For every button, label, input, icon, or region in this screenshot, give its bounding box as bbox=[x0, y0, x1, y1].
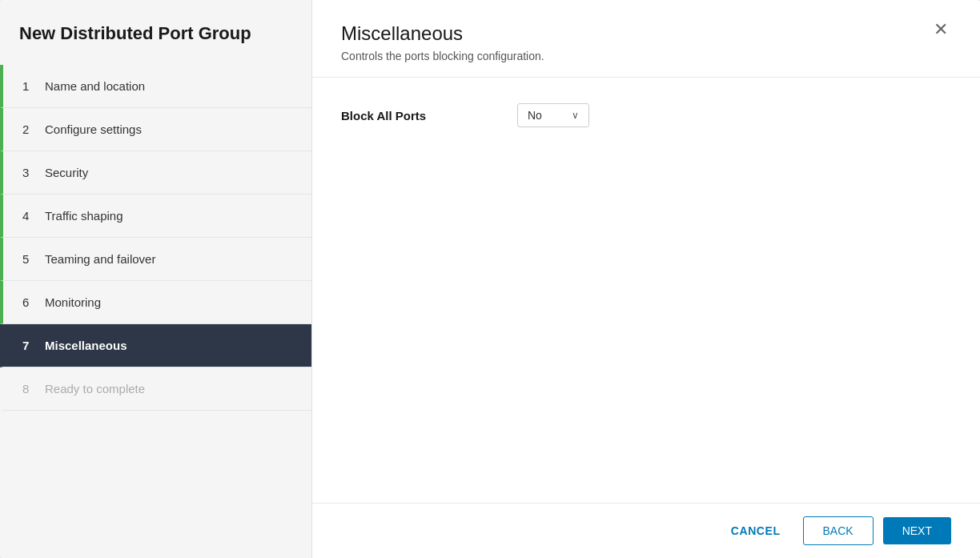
step-label-6: Monitoring bbox=[45, 295, 101, 309]
chevron-down-icon: ∨ bbox=[572, 110, 579, 121]
close-button[interactable]: ✕ bbox=[930, 21, 951, 38]
step-number-3: 3 bbox=[22, 166, 35, 179]
step-number-7: 7 bbox=[22, 339, 35, 352]
new-distributed-port-group-dialog: New Distributed Port Group 1Name and loc… bbox=[0, 0, 980, 558]
step-item-4[interactable]: 4Traffic shaping bbox=[0, 195, 311, 238]
step-label-1: Name and location bbox=[45, 79, 145, 93]
header-text: Miscellaneous Controls the ports blockin… bbox=[341, 22, 544, 62]
main-body: Block All PortsNo∨ bbox=[312, 78, 980, 503]
step-item-7[interactable]: 7Miscellaneous bbox=[0, 324, 311, 367]
step-number-2: 2 bbox=[22, 122, 35, 136]
step-item-2[interactable]: 2Configure settings bbox=[0, 108, 311, 151]
cancel-button[interactable]: CANCEL bbox=[718, 518, 793, 544]
back-button[interactable]: BACK bbox=[803, 516, 874, 545]
step-item-3[interactable]: 3Security bbox=[0, 151, 311, 195]
step-label-8: Ready to complete bbox=[45, 382, 145, 395]
step-label-2: Configure settings bbox=[45, 122, 142, 136]
next-button[interactable]: NEXT bbox=[883, 517, 951, 544]
field-value-0: No bbox=[528, 109, 542, 122]
step-number-5: 5 bbox=[22, 252, 35, 266]
step-item-1[interactable]: 1Name and location bbox=[0, 65, 311, 108]
step-label-7: Miscellaneous bbox=[45, 339, 127, 352]
step-item-8: 8Ready to complete bbox=[0, 367, 311, 411]
step-number-6: 6 bbox=[22, 295, 35, 309]
step-number-8: 8 bbox=[22, 382, 35, 395]
main-content: Miscellaneous Controls the ports blockin… bbox=[312, 0, 980, 558]
sidebar: New Distributed Port Group 1Name and loc… bbox=[0, 0, 312, 558]
section-title: Miscellaneous bbox=[341, 22, 544, 45]
step-label-5: Teaming and failover bbox=[45, 252, 155, 266]
steps-nav: 1Name and location2Configure settings3Se… bbox=[0, 65, 311, 558]
step-item-5[interactable]: 5Teaming and failover bbox=[0, 238, 311, 281]
dialog-title: New Distributed Port Group bbox=[0, 0, 311, 65]
main-footer: CANCEL BACK NEXT bbox=[312, 503, 980, 558]
field-label-0: Block All Ports bbox=[341, 109, 517, 122]
field-row-0: Block All PortsNo∨ bbox=[341, 103, 951, 127]
step-label-4: Traffic shaping bbox=[45, 209, 123, 223]
section-subtitle: Controls the ports blocking configuratio… bbox=[341, 50, 544, 62]
step-item-6[interactable]: 6Monitoring bbox=[0, 281, 311, 324]
field-select-0[interactable]: No∨ bbox=[517, 103, 589, 127]
step-number-4: 4 bbox=[22, 209, 35, 223]
step-number-1: 1 bbox=[22, 79, 35, 93]
main-header: Miscellaneous Controls the ports blockin… bbox=[312, 0, 980, 78]
step-label-3: Security bbox=[45, 166, 88, 179]
